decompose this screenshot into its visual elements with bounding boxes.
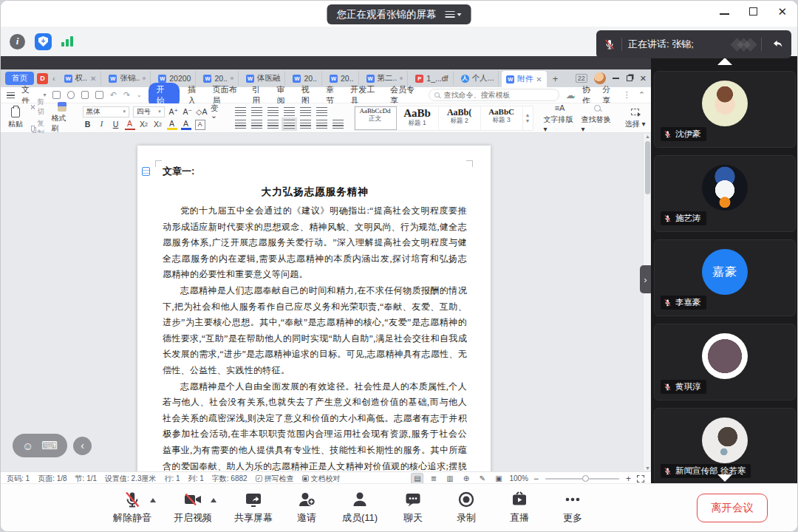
participant-name: 沈伊豪	[675, 129, 701, 140]
speaking-indicator-panel: 正在讲话: 张锦;	[596, 30, 791, 58]
doc-paragraph: 志愿精神是人们志愿奉献自己的时间和精力,在不求任何物质报酬的情况下,把为社会和他…	[163, 283, 467, 379]
watermark-logo	[735, 40, 755, 50]
document-page: 文章一: 大力弘扬志愿服务精神 党的十九届五中全会通过的《建议》明确指出:“提高…	[137, 146, 491, 471]
font-style-icon: A	[125, 120, 135, 130]
participant-tile[interactable]: 沈伊豪	[654, 71, 796, 148]
banner-menu-icon[interactable]	[446, 11, 462, 18]
paragraph-mark-icon	[300, 107, 311, 116]
status-setting: 设置值: 2.3厘米	[105, 474, 156, 484]
doc-lead: 文章一:	[163, 165, 467, 178]
paste-icon	[11, 107, 20, 117]
participants-sidebar: 沈伊豪 施艺涛 嘉豪 李嘉豪 黄琪淳 新闻宣传部 徐若寒	[651, 56, 798, 485]
live-tv-icon	[511, 491, 528, 508]
floating-toolbar[interactable]: ☺ ⌨ ‹	[13, 434, 92, 457]
tab-scroll-left-icon: ‹	[51, 74, 57, 83]
participant-tile[interactable]: 新闻宣传部 徐若寒	[654, 408, 796, 485]
menu-dev-tools: 开发工具	[349, 84, 382, 106]
scrollbar-thumb	[645, 141, 650, 194]
shared-screen-video[interactable]: 首页 D ‹ W权..✕ W张锦.. W20200 W20.. W体医融 W20…	[1, 56, 651, 485]
start-video-button[interactable]: 开启视频	[166, 491, 219, 525]
font-color-icon: A	[181, 120, 191, 130]
bold-icon: B	[83, 120, 93, 130]
chat-button[interactable]: 聊天	[386, 491, 440, 525]
collapse-quickbar-icon[interactable]: ‹	[73, 437, 92, 455]
avatar	[702, 417, 748, 463]
doc-paragraph: 志愿精神是个人自由全面发展的有效途径。社会性是人的本质属性,个人若与他人、社会没…	[163, 379, 467, 471]
members-button[interactable]: 成员(11)	[333, 491, 386, 525]
wps-search-box	[429, 89, 559, 101]
sort-icon	[316, 107, 327, 116]
more-button[interactable]: 更多	[546, 491, 599, 525]
invite-button[interactable]: 邀请	[280, 491, 333, 525]
network-signal-icon[interactable]	[61, 36, 73, 47]
wps-docer-icon: D	[37, 73, 48, 84]
meeting-info-icon[interactable]: i	[10, 34, 25, 50]
reply-arrow-icon[interactable]	[772, 38, 784, 50]
menu-references: 引用	[250, 84, 268, 106]
meeting-window: 您正在观看张锦的屏幕 ✕ i + 正在讲话: 张锦; 首页 D	[0, 0, 798, 532]
font-shrink-icon: A⁻	[183, 106, 193, 117]
style-heading3: AaBbC标题 3	[481, 106, 523, 130]
indent-decrease-icon	[267, 107, 279, 116]
menu-insert: 插入	[186, 84, 204, 106]
scroll-down-arrow[interactable]	[717, 474, 732, 482]
font-name-select: 黑体▾	[83, 106, 130, 117]
char-border-icon: A	[195, 120, 205, 130]
doc-paragraph: 党的十九届五中全会通过的《建议》明确指出:“提高社会文明程度要推动形成适应新时代…	[163, 203, 467, 283]
participant-tile[interactable]: 施艺涛	[654, 155, 796, 232]
wps-close-icon: ✕	[640, 74, 647, 83]
wps-restore-icon	[627, 75, 632, 81]
unmute-button[interactable]: 解除静音	[106, 491, 159, 525]
new-tab-icon: +	[550, 73, 562, 84]
maximize-button[interactable]	[749, 7, 757, 16]
shading-icon	[316, 120, 327, 129]
wps-ribbon: 粘贴 剪切 复制 格式刷 黑体▾ 四号▾ A⁺ A⁻ ◇A	[1, 103, 651, 133]
speaking-label: 正在讲话: 张锦;	[628, 38, 694, 51]
camera-off-icon	[183, 491, 202, 508]
tab-close-icon: ✕	[90, 75, 96, 83]
avatar-initials: 嘉豪	[712, 265, 737, 280]
avatar	[702, 333, 748, 379]
participant-tile[interactable]: 黄琪淳	[654, 324, 796, 400]
share-screen-button[interactable]: 共享屏幕	[227, 491, 280, 525]
minimize-button[interactable]	[720, 13, 729, 15]
cloud-sync-icon: ☁	[566, 90, 575, 100]
leave-meeting-button[interactable]: 离开会议	[697, 494, 768, 522]
muted-mic-icon	[123, 491, 141, 508]
live-stream-button[interactable]: 直播	[493, 491, 546, 525]
style-normal: AaBbCcDd正文	[355, 106, 397, 130]
style-heading1: AaBb标题 1	[397, 106, 439, 130]
doc-tab: W张锦..	[104, 71, 151, 86]
print-icon	[81, 91, 89, 99]
spell-check-toggle: ✓拼写检查	[256, 474, 294, 484]
search-icon	[434, 92, 440, 98]
sidebar-collapse-handle[interactable]: ›	[640, 265, 651, 293]
avatar	[702, 165, 748, 211]
muted-mic-icon	[604, 38, 615, 50]
line-spacing-icon	[300, 120, 311, 129]
chat-bubble-icon	[404, 491, 422, 508]
participant-tile[interactable]: 嘉豪 李嘉豪	[654, 239, 796, 316]
doc-tab-active: W附件✕	[502, 71, 546, 87]
scroll-up-arrow[interactable]	[717, 58, 732, 65]
menu-page-layout: 页面布局	[211, 84, 244, 106]
format-painter-button: 格式刷	[52, 102, 72, 134]
status-line: 行: 1	[165, 474, 180, 484]
record-button[interactable]: 录制	[440, 491, 493, 525]
video-options-caret[interactable]	[211, 498, 216, 502]
invite-person-icon	[297, 491, 316, 508]
justify-icon	[284, 120, 295, 129]
security-shield-icon[interactable]: +	[35, 33, 52, 50]
fit-page-icon: ▣	[493, 474, 504, 484]
caption-keyboard-icon[interactable]: ⌨	[41, 439, 58, 452]
web-view-icon: ⊕	[460, 474, 471, 484]
participant-name: 新闻宣传部 徐若寒	[675, 466, 746, 477]
record-icon	[457, 491, 475, 508]
close-button[interactable]: ✕	[777, 6, 787, 17]
emoji-reaction-icon[interactable]: ☺	[22, 440, 33, 452]
menu-member: 会员专享	[389, 84, 422, 106]
zoom-out-icon: −	[533, 474, 539, 483]
font-size-select: 四号▾	[133, 106, 165, 117]
mic-options-caret[interactable]	[150, 498, 156, 502]
screen-watch-banner[interactable]: 您正在观看张锦的屏幕	[327, 4, 471, 24]
